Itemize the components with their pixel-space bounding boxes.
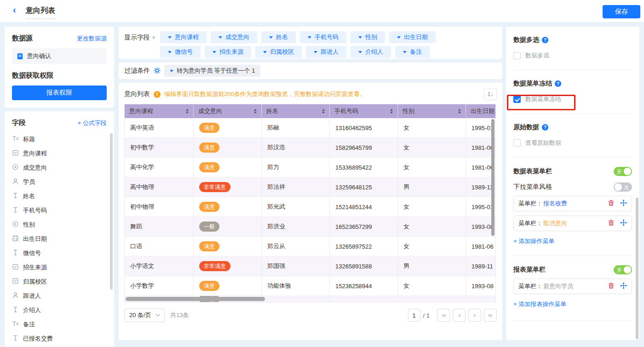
cell-name: 功能体验 (262, 276, 330, 296)
column-header[interactable]: 姓名 (262, 104, 330, 118)
next-page-button[interactable] (468, 309, 481, 322)
field-item[interactable]: 跟进人 (12, 289, 109, 303)
trash-icon[interactable] (608, 219, 615, 228)
field-item[interactable]: 备注 (12, 317, 109, 331)
display-field-chip[interactable]: 备注 (395, 46, 430, 58)
field-item[interactable]: 标题 (12, 132, 109, 146)
gear-icon[interactable] (154, 67, 161, 75)
report-permission-button[interactable]: 报表权限 (12, 85, 107, 100)
caret-down-icon (397, 36, 401, 39)
save-button[interactable]: 保存 (603, 5, 640, 18)
column-header[interactable]: 意向课程 (125, 104, 194, 118)
cell-intent: 满意 (194, 276, 262, 296)
move-icon[interactable] (620, 199, 627, 208)
field-label: 跟进人 (23, 292, 41, 300)
page-title: 意向列表 (26, 6, 55, 16)
chip-label: 性别 (365, 33, 377, 41)
table-row: 舞蹈一般郑洪业16523657299女1993-08 (125, 217, 496, 237)
cell-phone: 15829645799 (330, 138, 398, 158)
multi-select-checkbox[interactable] (513, 52, 521, 59)
page-size-select[interactable]: 20 条/页 (124, 308, 165, 322)
help-icon[interactable]: ? (542, 37, 548, 43)
cell-course: 初中物理 (125, 197, 194, 217)
column-header[interactable]: 成交意向 (194, 104, 262, 118)
table-vertical-scrollbar[interactable] (491, 119, 494, 236)
change-datasource-link[interactable]: 更改数据源 (77, 34, 107, 43)
display-field-chip[interactable]: 意向课程 (160, 31, 207, 43)
prev-page-button[interactable] (453, 309, 466, 322)
trash-icon[interactable] (608, 282, 615, 290)
first-page-button[interactable] (437, 309, 450, 322)
field-item[interactable]: 意向课程 (12, 146, 109, 160)
field-item[interactable]: 介绍人 (12, 303, 109, 317)
settings-scrollbar[interactable] (636, 198, 638, 339)
column-header[interactable]: 性别 (398, 104, 466, 118)
display-field-chip[interactable]: 姓名 (261, 31, 296, 43)
field-item[interactable]: 微信号 (12, 246, 109, 260)
display-field-chip[interactable]: 介绍人 (351, 46, 391, 58)
cell-gender: 女 (398, 197, 466, 217)
move-icon[interactable] (620, 219, 627, 228)
display-field-chip[interactable]: 招生来源 (205, 46, 251, 58)
report-menu-toggle[interactable]: 开 (614, 265, 632, 274)
caret-down-icon (314, 51, 317, 53)
field-item[interactable]: 出生日期 (12, 232, 109, 246)
field-item[interactable]: 招生来源 (12, 260, 109, 274)
field-item[interactable]: 已报名交费 (12, 331, 109, 346)
fields-scrollbar[interactable] (110, 133, 113, 290)
menu-bar-item[interactable]: 菜单栏：新意向学员 (513, 279, 632, 294)
menu-freeze-checkbox-label: 数据菜单冻结 (525, 95, 561, 103)
filter-condition-chip[interactable]: 转为意向学员 等于任意一个 1 (164, 65, 260, 77)
help-icon[interactable]: ? (555, 80, 561, 87)
display-field-chip[interactable]: 手机号码 (300, 31, 346, 43)
sort-order-tool-icon[interactable]: 1↓ (484, 88, 497, 100)
column-header[interactable]: 出生日期 (466, 104, 496, 118)
field-item[interactable]: 手机号码 (12, 203, 109, 217)
cell-name: 郑国强 (262, 256, 330, 276)
permission-title: 数据获取权限 (12, 71, 107, 80)
column-header[interactable]: 手机号码 (330, 104, 398, 118)
display-field-chip[interactable]: 归属校区 (255, 46, 302, 58)
dropdown-style-toggle[interactable]: 关 (614, 182, 632, 192)
chip-label: 跟进人 (321, 48, 339, 56)
display-field-chip[interactable]: 成交意向 (211, 31, 257, 43)
back-chevron-icon[interactable]: ‹ (13, 5, 16, 15)
display-field-chip[interactable]: 微信号 (160, 46, 201, 58)
field-item[interactable]: 性别 (12, 217, 109, 232)
add-formula-field-link[interactable]: + 公式字段 (78, 119, 107, 127)
filter-label: 过滤条件 (124, 67, 150, 75)
field-label: 招生来源 (23, 263, 47, 272)
table-row: 初中物理满意郑光武15214851244女1995-01 (125, 197, 496, 217)
table-menu-toggle[interactable]: 开 (614, 167, 632, 176)
display-field-chip[interactable]: 跟进人 (306, 46, 346, 58)
field-item[interactable]: 姓名 (12, 189, 109, 203)
add-report-action-menu-link[interactable]: + 添加报表操作菜单 (513, 300, 632, 308)
last-page-button[interactable] (484, 309, 497, 322)
intent-badge: 满意 (199, 162, 219, 172)
display-field-chip[interactable]: 出生日期 (389, 31, 436, 43)
cell-intent: 满意 (194, 197, 262, 217)
add-display-field-button[interactable]: + (152, 34, 155, 41)
cell-name: 郑云从 (262, 237, 330, 256)
field-item[interactable]: 学员 (12, 175, 109, 189)
table-panel: 意向列表 ! 编辑界面只取数据源前200条作为查询数据预览，完整数据请访问页面查… (119, 83, 502, 340)
dropdown-style-label: 下拉菜单风格 (513, 183, 552, 191)
datasource-item[interactable]: 意向确认 (12, 48, 107, 64)
menu-freeze-checkbox[interactable] (513, 96, 521, 103)
field-item[interactable]: 成交意向 (12, 160, 109, 175)
display-field-chip[interactable]: 性别 (351, 31, 385, 43)
menu-bar-item[interactable]: 菜单栏：取消意向 (513, 216, 632, 231)
help-icon[interactable]: ? (542, 124, 548, 131)
field-item[interactable]: 归属校区 (12, 274, 109, 289)
field-label: 出生日期 (23, 235, 47, 243)
cell-name: 郑汉浩 (262, 138, 330, 158)
menu-bar-item[interactable]: 菜单栏：报名收费 (513, 196, 632, 211)
trash-icon[interactable] (608, 199, 615, 208)
field-label: 意向课程 (23, 149, 47, 158)
page-number-input[interactable]: 1 (408, 309, 420, 322)
table-row: 高中物理非常满意郑法祥13259648125男1989-11 (125, 177, 496, 197)
move-icon[interactable] (620, 282, 627, 290)
raw-data-checkbox[interactable] (513, 139, 521, 147)
add-action-menu-link[interactable]: + 添加操作菜单 (513, 237, 632, 245)
table-horizontal-scrollbar[interactable] (126, 297, 265, 301)
